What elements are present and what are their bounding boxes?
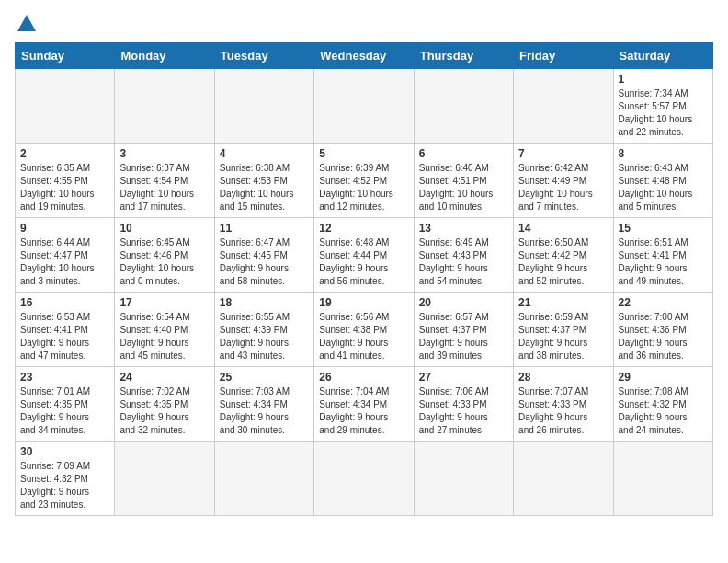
- day-info: Sunrise: 6:35 AM Sunset: 4:55 PM Dayligh…: [20, 162, 109, 213]
- day-info: Sunrise: 6:47 AM Sunset: 4:45 PM Dayligh…: [220, 236, 309, 288]
- day-info: Sunrise: 6:55 AM Sunset: 4:39 PM Dayligh…: [220, 311, 309, 362]
- day-number: 15: [619, 222, 708, 235]
- day-header-friday: Friday: [514, 43, 613, 69]
- calendar-cell: [414, 442, 513, 516]
- day-number: 3: [119, 147, 209, 160]
- day-number: 8: [619, 147, 708, 160]
- calendar-cell: [16, 69, 115, 144]
- day-number: 26: [319, 371, 408, 384]
- day-info: Sunrise: 6:38 AM Sunset: 4:53 PM Dayligh…: [220, 162, 309, 213]
- calendar-cell: [514, 69, 613, 144]
- day-number: 27: [419, 371, 508, 384]
- day-info: Sunrise: 6:54 AM Sunset: 4:40 PM Dayligh…: [119, 311, 209, 362]
- calendar-cell: [314, 69, 414, 144]
- calendar-cell: 5Sunrise: 6:39 AM Sunset: 4:52 PM Daylig…: [314, 144, 414, 218]
- calendar-cell: 8Sunrise: 6:43 AM Sunset: 4:48 PM Daylig…: [613, 144, 712, 218]
- calendar-cell: 27Sunrise: 7:06 AM Sunset: 4:33 PM Dayli…: [414, 367, 513, 442]
- calendar-week-row: 1Sunrise: 7:34 AM Sunset: 5:57 PM Daylig…: [16, 69, 713, 144]
- day-info: Sunrise: 7:07 AM Sunset: 4:33 PM Dayligh…: [518, 385, 608, 437]
- day-info: Sunrise: 6:57 AM Sunset: 4:37 PM Dayligh…: [419, 311, 508, 362]
- day-number: 20: [419, 296, 508, 309]
- day-number: 28: [518, 371, 608, 384]
- day-info: Sunrise: 6:42 AM Sunset: 4:49 PM Dayligh…: [518, 162, 608, 213]
- page-header: [15, 15, 713, 33]
- calendar-week-row: 9Sunrise: 6:44 AM Sunset: 4:47 PM Daylig…: [16, 218, 713, 293]
- day-number: 14: [518, 222, 608, 235]
- day-info: Sunrise: 7:08 AM Sunset: 4:32 PM Dayligh…: [619, 385, 708, 437]
- day-info: Sunrise: 7:02 AM Sunset: 4:35 PM Dayligh…: [119, 385, 209, 437]
- day-info: Sunrise: 6:49 AM Sunset: 4:43 PM Dayligh…: [419, 236, 508, 288]
- logo: [15, 15, 36, 33]
- day-number: 2: [20, 147, 109, 160]
- calendar-cell: 14Sunrise: 6:50 AM Sunset: 4:42 PM Dayli…: [514, 218, 613, 293]
- calendar-cell: 29Sunrise: 7:08 AM Sunset: 4:32 PM Dayli…: [613, 367, 712, 442]
- calendar-cell: [115, 442, 214, 516]
- day-number: 18: [220, 296, 309, 309]
- calendar-cell: 9Sunrise: 6:44 AM Sunset: 4:47 PM Daylig…: [16, 218, 115, 293]
- calendar-cell: 12Sunrise: 6:48 AM Sunset: 4:44 PM Dayli…: [314, 218, 414, 293]
- calendar-cell: [115, 69, 214, 144]
- day-header-wednesday: Wednesday: [314, 43, 414, 69]
- logo-triangle-icon: [17, 15, 36, 31]
- day-number: 22: [619, 296, 708, 309]
- day-number: 19: [319, 296, 408, 309]
- day-number: 13: [419, 222, 508, 235]
- calendar-cell: 19Sunrise: 6:56 AM Sunset: 4:38 PM Dayli…: [314, 293, 414, 367]
- calendar-cell: 24Sunrise: 7:02 AM Sunset: 4:35 PM Dayli…: [115, 367, 214, 442]
- calendar-header-row: SundayMondayTuesdayWednesdayThursdayFrid…: [16, 43, 713, 69]
- calendar-cell: 7Sunrise: 6:42 AM Sunset: 4:49 PM Daylig…: [514, 144, 613, 218]
- day-number: 7: [518, 147, 608, 160]
- day-number: 16: [20, 296, 109, 309]
- day-number: 1: [619, 73, 708, 86]
- day-info: Sunrise: 6:48 AM Sunset: 4:44 PM Dayligh…: [319, 236, 408, 288]
- calendar-cell: 25Sunrise: 7:03 AM Sunset: 4:34 PM Dayli…: [214, 367, 313, 442]
- day-number: 10: [119, 222, 209, 235]
- day-info: Sunrise: 6:50 AM Sunset: 4:42 PM Dayligh…: [518, 236, 608, 288]
- calendar-week-row: 16Sunrise: 6:53 AM Sunset: 4:41 PM Dayli…: [16, 293, 713, 367]
- day-header-sunday: Sunday: [16, 43, 115, 69]
- calendar-cell: 26Sunrise: 7:04 AM Sunset: 4:34 PM Dayli…: [314, 367, 414, 442]
- calendar-cell: [613, 442, 712, 516]
- calendar-cell: 28Sunrise: 7:07 AM Sunset: 4:33 PM Dayli…: [514, 367, 613, 442]
- calendar-cell: 21Sunrise: 6:59 AM Sunset: 4:37 PM Dayli…: [514, 293, 613, 367]
- day-info: Sunrise: 6:43 AM Sunset: 4:48 PM Dayligh…: [619, 162, 708, 213]
- calendar-table: SundayMondayTuesdayWednesdayThursdayFrid…: [15, 42, 713, 516]
- day-number: 4: [220, 147, 309, 160]
- day-info: Sunrise: 7:09 AM Sunset: 4:32 PM Dayligh…: [20, 460, 109, 511]
- day-number: 30: [20, 445, 109, 458]
- day-number: 29: [619, 371, 708, 384]
- day-number: 17: [119, 296, 209, 309]
- day-header-thursday: Thursday: [414, 43, 513, 69]
- calendar-cell: 30Sunrise: 7:09 AM Sunset: 4:32 PM Dayli…: [16, 442, 115, 516]
- day-info: Sunrise: 7:03 AM Sunset: 4:34 PM Dayligh…: [220, 385, 309, 437]
- calendar-cell: 18Sunrise: 6:55 AM Sunset: 4:39 PM Dayli…: [214, 293, 313, 367]
- day-header-tuesday: Tuesday: [214, 43, 313, 69]
- calendar-cell: 20Sunrise: 6:57 AM Sunset: 4:37 PM Dayli…: [414, 293, 513, 367]
- day-info: Sunrise: 7:34 AM Sunset: 5:57 PM Dayligh…: [619, 87, 708, 139]
- calendar-cell: 13Sunrise: 6:49 AM Sunset: 4:43 PM Dayli…: [414, 218, 513, 293]
- calendar-cell: 11Sunrise: 6:47 AM Sunset: 4:45 PM Dayli…: [214, 218, 313, 293]
- calendar-cell: 10Sunrise: 6:45 AM Sunset: 4:46 PM Dayli…: [115, 218, 214, 293]
- day-number: 9: [20, 222, 109, 235]
- calendar-cell: 15Sunrise: 6:51 AM Sunset: 4:41 PM Dayli…: [613, 218, 712, 293]
- calendar-cell: 23Sunrise: 7:01 AM Sunset: 4:35 PM Dayli…: [16, 367, 115, 442]
- calendar-cell: 22Sunrise: 7:00 AM Sunset: 4:36 PM Dayli…: [613, 293, 712, 367]
- calendar-week-row: 23Sunrise: 7:01 AM Sunset: 4:35 PM Dayli…: [16, 367, 713, 442]
- day-info: Sunrise: 6:40 AM Sunset: 4:51 PM Dayligh…: [419, 162, 508, 213]
- day-info: Sunrise: 6:59 AM Sunset: 4:37 PM Dayligh…: [518, 311, 608, 362]
- day-info: Sunrise: 7:04 AM Sunset: 4:34 PM Dayligh…: [319, 385, 408, 437]
- calendar-cell: [314, 442, 414, 516]
- calendar-cell: [514, 442, 613, 516]
- calendar-week-row: 2Sunrise: 6:35 AM Sunset: 4:55 PM Daylig…: [16, 144, 713, 218]
- calendar-cell: [214, 442, 313, 516]
- calendar-cell: 2Sunrise: 6:35 AM Sunset: 4:55 PM Daylig…: [16, 144, 115, 218]
- day-info: Sunrise: 6:44 AM Sunset: 4:47 PM Dayligh…: [20, 236, 109, 288]
- day-number: 5: [319, 147, 408, 160]
- day-number: 24: [119, 371, 209, 384]
- calendar-cell: 17Sunrise: 6:54 AM Sunset: 4:40 PM Dayli…: [115, 293, 214, 367]
- day-info: Sunrise: 6:51 AM Sunset: 4:41 PM Dayligh…: [619, 236, 708, 288]
- calendar-week-row: 30Sunrise: 7:09 AM Sunset: 4:32 PM Dayli…: [16, 442, 713, 516]
- day-number: 6: [419, 147, 508, 160]
- day-info: Sunrise: 7:06 AM Sunset: 4:33 PM Dayligh…: [419, 385, 508, 437]
- calendar-cell: [214, 69, 313, 144]
